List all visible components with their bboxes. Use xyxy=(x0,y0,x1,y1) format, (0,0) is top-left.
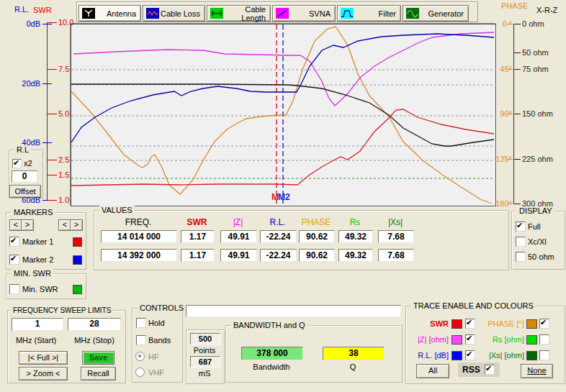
phase-label: 45° xyxy=(490,65,512,73)
values-header-6: |Xs| xyxy=(378,218,413,227)
ohm-tick xyxy=(514,204,521,204)
tab-cable-loss[interactable]: Cable Loss xyxy=(143,5,205,22)
marker2-next-button[interactable]: > xyxy=(70,219,83,231)
bandwidth-label: Bandwidth xyxy=(241,363,302,371)
trace-swr-checkbox[interactable] xyxy=(465,319,475,329)
save-button[interactable]: Save xyxy=(82,351,114,365)
trace-phase-checkbox[interactable] xyxy=(539,319,549,329)
marker1-next-button[interactable]: > xyxy=(21,219,34,231)
trace-rl-swatch[interactable] xyxy=(452,351,462,360)
trace-phase-swatch[interactable] xyxy=(526,319,537,329)
trace-phase-label: PHASE [°] xyxy=(475,319,524,328)
recall-button[interactable]: Recall xyxy=(81,367,116,380)
swr-tick xyxy=(48,114,57,114)
toolbar: Antenna Cable Loss Cable Length SVNA Fil… xyxy=(76,1,478,22)
rl-db-label: 60dB xyxy=(12,196,40,204)
rl-db-label: 0dB xyxy=(12,19,40,28)
ohm-tick xyxy=(514,24,521,24)
vhf-radio[interactable] xyxy=(135,368,145,377)
rss-checkbox[interactable] xyxy=(485,365,495,375)
phase-label: 90° xyxy=(490,109,512,118)
hold-checkbox[interactable] xyxy=(136,318,146,328)
vhf-label: VHF xyxy=(148,368,164,377)
filter-icon xyxy=(341,8,354,19)
min-swr-checkbox[interactable] xyxy=(9,284,19,294)
marker1-checkbox-label: Marker 1 xyxy=(22,237,53,246)
min-swr-checkbox-label: Min. SWR xyxy=(22,285,58,293)
trace-swr-swatch[interactable] xyxy=(452,319,462,329)
zoom-button[interactable]: > Zoom < xyxy=(19,367,68,380)
antenna-icon xyxy=(82,8,95,19)
tab-filter[interactable]: Filter xyxy=(337,5,401,22)
phase-label: 180° xyxy=(490,199,512,208)
q-label: Q xyxy=(323,363,383,371)
values-cell-r2-c5: 90.62 xyxy=(299,249,335,262)
swr-label: 7.5 xyxy=(58,65,80,73)
ohm-label: 300 ohm xyxy=(522,199,562,208)
swr-label: 1.0 xyxy=(58,196,80,204)
ohm-label: 0 ohm xyxy=(522,19,562,28)
trace-xs-swatch[interactable] xyxy=(526,351,537,360)
rl-db-tick xyxy=(42,24,52,24)
tab-cable-length-label: Cable Length xyxy=(223,5,267,22)
full-span-button[interactable]: |< Full >| xyxy=(19,351,68,365)
trace-rs-swatch[interactable] xyxy=(526,335,537,345)
values-group-title: VALUES xyxy=(99,206,135,215)
trace-z-label: |Z| [ohm] xyxy=(407,335,449,344)
ohm-tick xyxy=(514,53,521,53)
trace-rs-checkbox[interactable] xyxy=(539,334,549,345)
svna-icon xyxy=(276,8,289,19)
values-header-1: SWR xyxy=(181,218,213,227)
trace-none-button[interactable]: None xyxy=(521,364,553,378)
values-cell-r1-c6: 49.32 xyxy=(338,230,373,243)
left-axis-line xyxy=(47,22,48,200)
values-cell-r2-c4: -22.24 xyxy=(260,249,297,262)
command-input[interactable] xyxy=(186,305,401,317)
tab-svna[interactable]: SVNA xyxy=(272,5,336,22)
display-xcxl-label: Xc/Xl xyxy=(528,237,547,246)
tab-cable-loss-label: Cable Loss xyxy=(159,9,202,18)
marker1-checkbox[interactable] xyxy=(9,237,19,247)
values-header-5: Rs xyxy=(338,218,372,227)
marker2-checkbox[interactable] xyxy=(9,255,19,265)
q-value: 38 xyxy=(323,347,385,360)
tab-generator[interactable]: Generator xyxy=(403,5,469,22)
trace-rl-checkbox[interactable] xyxy=(465,350,475,360)
values-cell-r1-c2: 1.17 xyxy=(181,230,215,243)
phase-label: 0 ° xyxy=(490,19,512,28)
display-50ohm-checkbox[interactable] xyxy=(516,252,526,262)
trace-xs-checkbox[interactable] xyxy=(539,350,549,360)
x2-checkbox[interactable] xyxy=(12,159,22,168)
min-swr-color-swatch xyxy=(73,285,82,294)
swr-label: 1.5 xyxy=(58,170,80,179)
values-cell-r2-c7: 7.68 xyxy=(378,249,414,262)
sweep-start-input[interactable]: 1 xyxy=(12,318,63,331)
trace-swr-label: SWR xyxy=(407,319,449,328)
bandwidth-value: 378 000 xyxy=(241,347,303,360)
sweep-stop-input[interactable]: 28 xyxy=(68,318,121,331)
swr-tick xyxy=(48,200,57,201)
bands-checkbox[interactable] xyxy=(136,335,146,345)
values-header-0: FREQ. xyxy=(101,218,176,227)
display-xcxl-checkbox[interactable] xyxy=(516,237,526,247)
tab-antenna[interactable]: Antenna xyxy=(78,5,141,22)
swr-tick xyxy=(48,22,57,23)
sweep-start-label: MHz (Start) xyxy=(7,336,65,345)
trace-z-checkbox[interactable] xyxy=(465,334,475,345)
ohm-label: 225 ohm xyxy=(522,155,562,163)
tab-cable-length[interactable]: Cable Length xyxy=(207,5,271,22)
trace-xs-label: |Xs| [ohm] xyxy=(475,351,524,360)
ohm-label: 75 ohm xyxy=(522,65,562,73)
trace-all-button[interactable]: All xyxy=(416,364,449,378)
swr-tick xyxy=(48,160,57,160)
offset-input[interactable]: 0 xyxy=(12,170,37,183)
min-swr-group-title: MIN. SWR xyxy=(12,269,53,278)
points-value: 500 xyxy=(190,333,220,345)
plot-area[interactable] xyxy=(71,24,494,204)
ohm-label: 50 ohm xyxy=(522,48,562,57)
display-full-checkbox[interactable] xyxy=(516,222,526,232)
phase-axis-title: PHASE xyxy=(501,1,528,10)
hf-radio[interactable] xyxy=(135,352,145,361)
trace-z-swatch[interactable] xyxy=(452,335,462,345)
rl-db-label: 20dB xyxy=(12,79,40,88)
